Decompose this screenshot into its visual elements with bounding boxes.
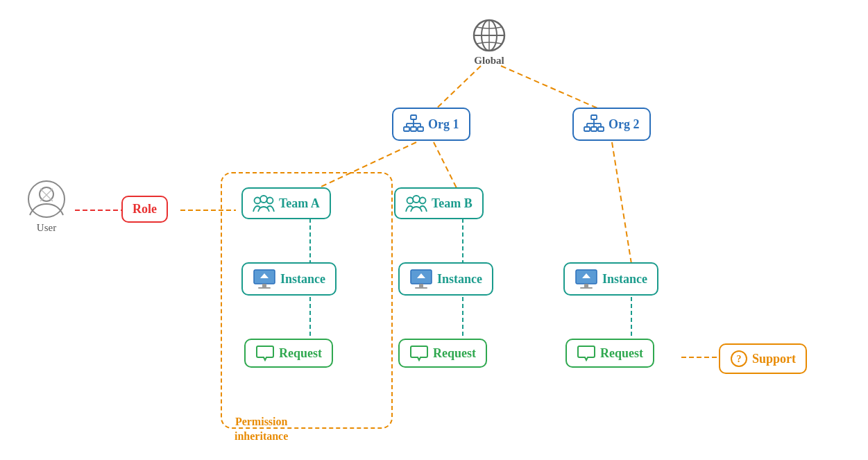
org2-icon: [584, 114, 604, 135]
svg-text:?: ?: [737, 354, 742, 364]
svg-line-3: [434, 142, 458, 191]
requestC-icon: [577, 345, 596, 361]
instanceC-icon: [575, 269, 598, 289]
user-node: User: [26, 179, 67, 234]
requestB-label: Request: [433, 346, 476, 361]
role-label: Role: [133, 202, 157, 216]
requestB-icon: [409, 345, 429, 361]
instanceB-icon: [409, 269, 433, 289]
support-icon: ?: [730, 350, 748, 368]
svg-rect-51: [584, 284, 588, 287]
role-node: Role: [121, 196, 168, 223]
svg-rect-19: [411, 127, 416, 131]
instanceC-label: Instance: [602, 272, 647, 287]
global-label: Global: [474, 55, 504, 67]
requestC-node: Request: [565, 339, 654, 368]
svg-rect-20: [418, 127, 423, 131]
org2-node: Org 2: [572, 108, 651, 141]
globe-icon: [471, 17, 507, 53]
diagram: Global Org 1 Org 2: [0, 0, 868, 460]
svg-rect-17: [411, 115, 416, 119]
teamB-icon: [405, 194, 427, 213]
svg-rect-52: [580, 287, 593, 289]
svg-rect-28: [591, 127, 597, 131]
instanceC-node: Instance: [563, 262, 658, 296]
instanceB-label: Instance: [437, 272, 482, 287]
support-node: ? Support: [719, 343, 807, 374]
user-icon: [26, 179, 67, 219]
svg-point-39: [413, 196, 420, 203]
svg-rect-47: [419, 284, 423, 287]
svg-rect-29: [598, 127, 604, 131]
requestB-node: Request: [398, 339, 487, 368]
svg-rect-18: [404, 127, 409, 131]
global-node: Global: [461, 12, 517, 71]
teamB-label: Team B: [432, 196, 473, 211]
svg-rect-26: [591, 115, 597, 119]
permission-label: Permissioninheritance: [235, 415, 288, 444]
connections-svg: [0, 0, 868, 460]
org1-label: Org 1: [428, 117, 459, 132]
user-label: User: [37, 222, 56, 234]
svg-point-40: [420, 198, 426, 204]
org1-node: Org 1: [392, 108, 470, 141]
svg-point-38: [407, 198, 414, 204]
svg-point-55: [28, 181, 65, 217]
svg-point-56: [40, 187, 53, 201]
teamB-node: Team B: [394, 187, 484, 219]
instanceB-node: Instance: [398, 262, 493, 296]
svg-rect-27: [584, 127, 590, 131]
org1-icon: [403, 114, 424, 135]
svg-rect-48: [415, 287, 427, 289]
requestC-label: Request: [600, 346, 643, 361]
org2-label: Org 2: [609, 117, 640, 132]
svg-line-4: [612, 142, 631, 264]
permission-box: [221, 172, 393, 429]
support-label: Support: [752, 352, 796, 366]
